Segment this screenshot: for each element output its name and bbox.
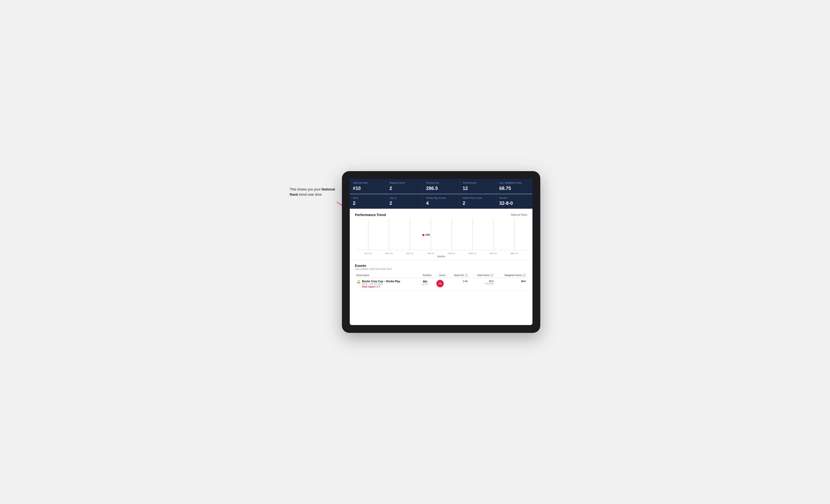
chart-months-axis: OCT 23 NOV 23 DEC 23 JAN 24 FEB 24 MAR 2… bbox=[355, 251, 527, 255]
golf-icon: ⛳ bbox=[356, 280, 360, 283]
events-section: Events Last updated: 24th November 2023 … bbox=[350, 260, 533, 294]
event-sg-info-icon: i bbox=[465, 274, 468, 276]
rank-marker: #10 bbox=[422, 233, 430, 236]
events-table-header: Event Name Position Score Event SG i Tot… bbox=[355, 273, 527, 278]
perf-right-label: National Rank bbox=[511, 213, 527, 216]
perf-title: Performance Trend bbox=[355, 213, 386, 217]
weighted-points-info-icon: i bbox=[523, 274, 526, 276]
total-points-info-icon: i bbox=[491, 274, 493, 276]
stats-row-2: Wins 2 Top 3s 2 Stroke Play Events 4 Mat… bbox=[350, 194, 533, 209]
events-title: Events bbox=[355, 264, 527, 268]
col-total-points: Total Points i bbox=[469, 273, 495, 278]
chart-col-dec23 bbox=[400, 219, 420, 250]
event-position: 6th bbox=[419, 280, 432, 283]
chart-col-may24 bbox=[504, 219, 524, 250]
col-event-sg: Event SG i bbox=[447, 273, 469, 278]
rank-impact-direction-icon: ▼ bbox=[379, 285, 381, 288]
annotation-text: This shows you your National Rank trend … bbox=[290, 187, 342, 197]
stat-national-rank: National Rank #10 bbox=[350, 179, 386, 194]
stat-avg-weighted-points: Avg. Weighted Points 68.75 bbox=[496, 179, 533, 194]
month-oct23: OCT 23 bbox=[358, 252, 379, 255]
chart-col-feb24 bbox=[441, 219, 462, 250]
events-table: Event Name Position Score Event SG i Tot… bbox=[355, 273, 527, 290]
month-mar24: MAR 24 bbox=[462, 252, 483, 255]
rank-dot-circle bbox=[422, 234, 424, 236]
perf-header: Performance Trend National Rank bbox=[355, 213, 527, 217]
event-score-badge: -22 bbox=[437, 280, 444, 287]
stats-row-1: National Rank #10 Regional Rank 2 Scorin… bbox=[350, 179, 533, 194]
total-points-cell: 28.3 3 Rounds bbox=[469, 278, 495, 290]
weighted-points-value: 28.3 bbox=[521, 280, 526, 282]
month-jan24: JAN 24 bbox=[420, 252, 441, 255]
month-nov23: NOV 23 bbox=[379, 252, 400, 255]
month-may24: MAY 24 bbox=[504, 252, 524, 255]
scene: This shows you your National Rank trend … bbox=[290, 171, 540, 333]
stat-total-rounds: Total Rounds 12 bbox=[459, 179, 496, 194]
stat-top3s: Top 3s 2 bbox=[386, 194, 422, 209]
col-score: Score bbox=[433, 273, 447, 278]
rank-dot-label: #10 bbox=[425, 233, 430, 236]
stat-stroke-play-events: Stroke Play Events 4 bbox=[423, 194, 459, 209]
chart-col-mar24 bbox=[462, 219, 483, 250]
tablet-device: National Rank #10 Regional Rank 2 Scorin… bbox=[342, 171, 540, 333]
events-last-updated: Last updated: 24th November 2023 bbox=[355, 268, 527, 270]
months-axis-label: Months bbox=[355, 255, 527, 258]
event-score-cell: -22 bbox=[433, 278, 447, 290]
total-points-value: 28.3 bbox=[471, 280, 493, 282]
event-position-cell: 6th out of 7 bbox=[417, 278, 433, 290]
stat-scoring-avg: Scoring Avg. 286.5 bbox=[423, 179, 459, 194]
col-position: Position bbox=[417, 273, 433, 278]
event-sg-cell: 0.45 bbox=[447, 278, 469, 290]
stat-match-play-events: Match Play Events 2 bbox=[459, 194, 496, 209]
rank-impact: Rank Impact: 3 ▼ bbox=[362, 285, 400, 288]
event-name: Buster Cozy Cup – Stroke Play bbox=[362, 280, 400, 283]
total-points-sub: 3 Rounds bbox=[471, 282, 493, 285]
stat-wins: Wins 2 bbox=[350, 194, 386, 209]
chart-col-apr24 bbox=[483, 219, 504, 250]
col-event-name: Event Name bbox=[355, 273, 417, 278]
tablet-screen: National Rank #10 Regional Rank 2 Scorin… bbox=[350, 179, 533, 325]
chart-columns bbox=[355, 219, 527, 250]
month-apr24: APR 24 bbox=[483, 252, 504, 255]
month-dec23: DEC 23 bbox=[400, 252, 420, 255]
chart-col-nov23 bbox=[379, 219, 400, 250]
event-date: Oct 9 – Oct 10, 2023 bbox=[362, 283, 400, 285]
stat-regional-rank: Regional Rank 2 bbox=[386, 179, 422, 194]
event-name-cell: ⛳ Buster Cozy Cup – Stroke Play Oct 9 – … bbox=[355, 278, 417, 290]
performance-trend-section: Performance Trend National Rank bbox=[350, 209, 533, 260]
performance-chart: #10 bbox=[355, 219, 527, 250]
col-weighted-points: Weighted Points i bbox=[495, 273, 527, 278]
stat-record: Record 32-8-0 bbox=[496, 194, 533, 209]
month-feb24: FEB 24 bbox=[441, 252, 462, 255]
table-row: ⛳ Buster Cozy Cup – Stroke Play Oct 9 – … bbox=[355, 278, 527, 290]
event-sg-value: 0.45 bbox=[463, 280, 468, 282]
weighted-points-cell: 28.3 bbox=[495, 278, 527, 290]
event-position-sub: out of 7 bbox=[419, 283, 432, 285]
chart-col-oct23 bbox=[358, 219, 379, 250]
